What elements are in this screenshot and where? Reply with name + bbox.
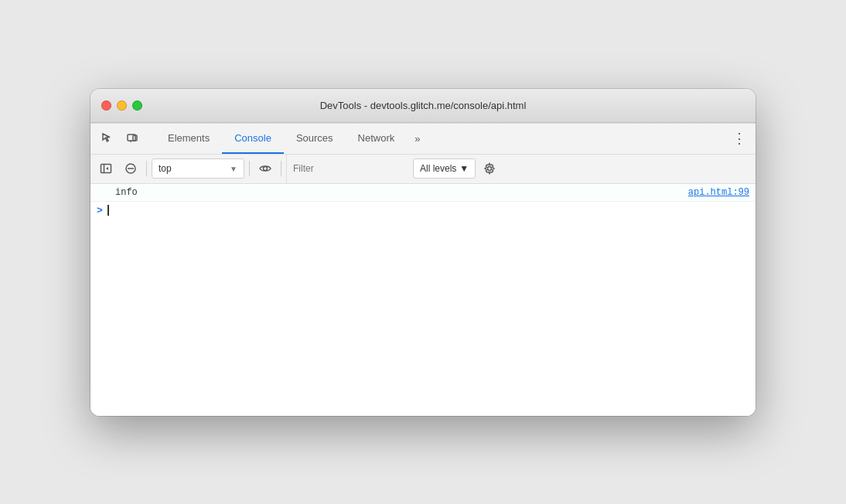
console-prompt: > (97, 205, 103, 216)
console-toolbar: top ▼ All levels ▼ (90, 155, 756, 184)
context-selector[interactable]: top ▼ (152, 158, 244, 179)
devtools-panel: Elements Console Sources Network » ⋮ (90, 123, 756, 416)
toolbar-divider-3 (281, 161, 281, 176)
eye-icon (259, 162, 271, 175)
sidebar-toggle-button[interactable] (95, 158, 117, 179)
tab-sources[interactable]: Sources (284, 124, 346, 154)
devtools-window: DevTools - devtools.glitch.me/console/ap… (90, 89, 756, 416)
gear-icon (483, 162, 496, 175)
console-cursor (107, 205, 109, 216)
close-button[interactable] (101, 100, 111, 111)
console-input-row: > (90, 202, 756, 220)
svg-marker-5 (106, 167, 108, 170)
eye-button[interactable] (254, 158, 276, 179)
select-element-button[interactable] (97, 128, 118, 149)
more-tabs-button[interactable]: » (410, 133, 425, 145)
levels-arrow: ▼ (459, 163, 469, 174)
device-toolbar-icon (126, 132, 138, 145)
devtools-menu-button[interactable]: ⋮ (728, 128, 749, 149)
tab-network[interactable]: Network (346, 124, 408, 154)
svg-point-9 (488, 167, 492, 171)
context-select-arrow: ▼ (230, 165, 237, 173)
filter-container (286, 155, 410, 183)
log-levels-button[interactable]: All levels ▼ (413, 158, 476, 179)
traffic-lights (101, 100, 142, 111)
console-content: info api.html:99 > (90, 184, 756, 416)
svg-point-8 (264, 167, 268, 171)
tab-bar: Elements Console Sources Network » ⋮ (90, 124, 756, 155)
minimize-button[interactable] (117, 100, 127, 111)
clear-console-button[interactable] (120, 158, 142, 179)
sidebar-icon (100, 162, 112, 175)
tab-elements[interactable]: Elements (155, 124, 222, 154)
console-entry-info: info api.html:99 (90, 184, 756, 202)
clear-icon (125, 162, 137, 175)
tabs-container: Elements Console Sources Network (155, 124, 407, 154)
titlebar: DevTools - devtools.glitch.me/console/ap… (90, 89, 756, 123)
toolbar-divider-1 (146, 161, 147, 176)
window-title: DevTools - devtools.glitch.me/console/ap… (320, 100, 527, 111)
tabbar-icons (97, 128, 143, 149)
device-toolbar-button[interactable] (121, 128, 143, 149)
filter-input[interactable] (293, 163, 404, 174)
maximize-button[interactable] (132, 100, 142, 111)
console-source-link[interactable]: api.html:99 (688, 187, 749, 198)
select-element-icon (101, 132, 114, 145)
settings-button[interactable] (479, 158, 500, 179)
tab-console[interactable]: Console (222, 124, 284, 154)
toolbar-divider-2 (249, 161, 250, 176)
console-message-text: info (115, 187, 138, 198)
